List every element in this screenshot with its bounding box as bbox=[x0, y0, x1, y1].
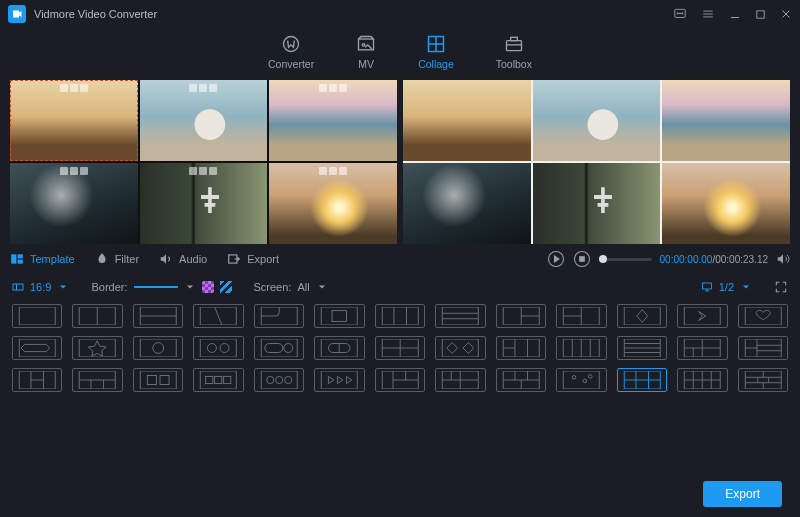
border-style-select[interactable] bbox=[134, 281, 196, 293]
collage-cell-3[interactable] bbox=[269, 80, 397, 161]
subtab-audio[interactable]: Audio bbox=[159, 252, 207, 266]
layout-37-selected[interactable] bbox=[617, 368, 667, 392]
subtab-filter[interactable]: Filter bbox=[95, 252, 139, 266]
volume-icon[interactable] bbox=[776, 252, 790, 266]
feedback-icon[interactable] bbox=[673, 7, 687, 21]
svg-rect-110 bbox=[224, 376, 231, 383]
tab-mv[interactable]: MV bbox=[356, 34, 376, 70]
svg-rect-17 bbox=[506, 41, 521, 51]
collage-cell-1[interactable] bbox=[10, 80, 138, 161]
layout-25[interactable] bbox=[677, 336, 727, 360]
layout-32[interactable] bbox=[314, 368, 364, 392]
tab-toolbox[interactable]: Toolbox bbox=[496, 34, 532, 70]
layout-7[interactable] bbox=[375, 304, 425, 328]
layout-36[interactable] bbox=[556, 368, 606, 392]
layout-38[interactable] bbox=[677, 368, 727, 392]
layout-29[interactable] bbox=[133, 368, 183, 392]
layout-19[interactable] bbox=[314, 336, 364, 360]
svg-point-132 bbox=[589, 375, 593, 379]
tab-collage[interactable]: Collage bbox=[418, 34, 454, 70]
layout-28[interactable] bbox=[72, 368, 122, 392]
aspect-ratio-select[interactable]: 16:9 bbox=[12, 281, 69, 293]
layout-34[interactable] bbox=[435, 368, 485, 392]
maximize-icon[interactable] bbox=[755, 7, 766, 21]
collage-cell-6[interactable] bbox=[269, 163, 397, 244]
screen-value: All bbox=[297, 281, 309, 293]
stop-button[interactable] bbox=[573, 250, 591, 268]
svg-point-13 bbox=[362, 44, 365, 47]
preview-grid bbox=[403, 80, 790, 244]
svg-rect-61 bbox=[201, 339, 237, 357]
border-pattern-swatch[interactable] bbox=[220, 281, 232, 293]
window-controls bbox=[673, 7, 792, 21]
layout-9[interactable] bbox=[496, 304, 546, 328]
layout-13[interactable] bbox=[738, 304, 788, 328]
layout-4[interactable] bbox=[193, 304, 243, 328]
layout-23[interactable] bbox=[556, 336, 606, 360]
svg-point-63 bbox=[220, 344, 229, 353]
svg-point-112 bbox=[266, 376, 273, 383]
collage-cell-5[interactable] bbox=[140, 163, 268, 244]
chevron-down-icon bbox=[740, 281, 752, 293]
layout-16[interactable] bbox=[133, 336, 183, 360]
subtab-template[interactable]: Template bbox=[10, 252, 75, 266]
subtab-audio-label: Audio bbox=[179, 253, 207, 265]
layout-22[interactable] bbox=[496, 336, 546, 360]
preview-cell-6 bbox=[662, 163, 790, 244]
screen-select[interactable]: Screen: All bbox=[254, 281, 328, 293]
svg-rect-22 bbox=[18, 260, 23, 264]
layout-17[interactable] bbox=[193, 336, 243, 360]
layout-1[interactable] bbox=[12, 304, 62, 328]
layout-33[interactable] bbox=[375, 368, 425, 392]
collage-cell-4[interactable] bbox=[10, 163, 138, 244]
zoom-value: 1/2 bbox=[719, 281, 734, 293]
fullscreen-icon[interactable] bbox=[774, 280, 788, 294]
export-button[interactable]: Export bbox=[703, 481, 782, 507]
play-button[interactable] bbox=[547, 250, 565, 268]
layout-31[interactable] bbox=[254, 368, 304, 392]
svg-point-62 bbox=[208, 344, 217, 353]
seek-bar[interactable] bbox=[599, 258, 652, 261]
collage-cell-2[interactable] bbox=[140, 80, 268, 161]
layout-8[interactable] bbox=[435, 304, 485, 328]
svg-point-131 bbox=[583, 379, 587, 383]
layout-21[interactable] bbox=[435, 336, 485, 360]
tab-converter[interactable]: Converter bbox=[268, 34, 314, 70]
layout-12[interactable] bbox=[677, 304, 727, 328]
border-control: Border: bbox=[91, 281, 231, 293]
layout-15[interactable] bbox=[72, 336, 122, 360]
layout-14[interactable] bbox=[12, 336, 62, 360]
layout-18[interactable] bbox=[254, 336, 304, 360]
layout-5[interactable] bbox=[254, 304, 304, 328]
svg-point-60 bbox=[153, 343, 164, 354]
svg-rect-32 bbox=[19, 307, 55, 325]
menu-icon[interactable] bbox=[701, 7, 715, 21]
svg-rect-129 bbox=[563, 371, 599, 389]
close-icon[interactable] bbox=[780, 7, 792, 21]
preview-cell-3 bbox=[662, 80, 790, 161]
app-logo bbox=[8, 5, 26, 23]
subtab-export[interactable]: Export bbox=[227, 252, 279, 266]
layout-35[interactable] bbox=[496, 368, 546, 392]
svg-rect-40 bbox=[322, 307, 358, 325]
layout-11[interactable] bbox=[617, 304, 667, 328]
aspect-ratio-value: 16:9 bbox=[30, 281, 51, 293]
layout-10[interactable] bbox=[556, 304, 606, 328]
layout-2[interactable] bbox=[72, 304, 122, 328]
layout-39[interactable] bbox=[738, 368, 788, 392]
zoom-select[interactable]: 1/2 bbox=[701, 281, 752, 293]
layout-20[interactable] bbox=[375, 336, 425, 360]
svg-rect-8 bbox=[757, 10, 764, 17]
border-color-swatch[interactable] bbox=[202, 281, 214, 293]
svg-rect-106 bbox=[160, 376, 169, 385]
layout-26[interactable] bbox=[738, 336, 788, 360]
minimize-icon[interactable] bbox=[729, 7, 741, 21]
subtabs: Template Filter Audio Export bbox=[10, 252, 279, 266]
layout-3[interactable] bbox=[133, 304, 183, 328]
svg-rect-104 bbox=[140, 371, 176, 389]
layout-6[interactable] bbox=[314, 304, 364, 328]
layout-27[interactable] bbox=[12, 368, 62, 392]
layout-30[interactable] bbox=[193, 368, 243, 392]
preview-panel bbox=[403, 80, 790, 244]
layout-24[interactable] bbox=[617, 336, 667, 360]
